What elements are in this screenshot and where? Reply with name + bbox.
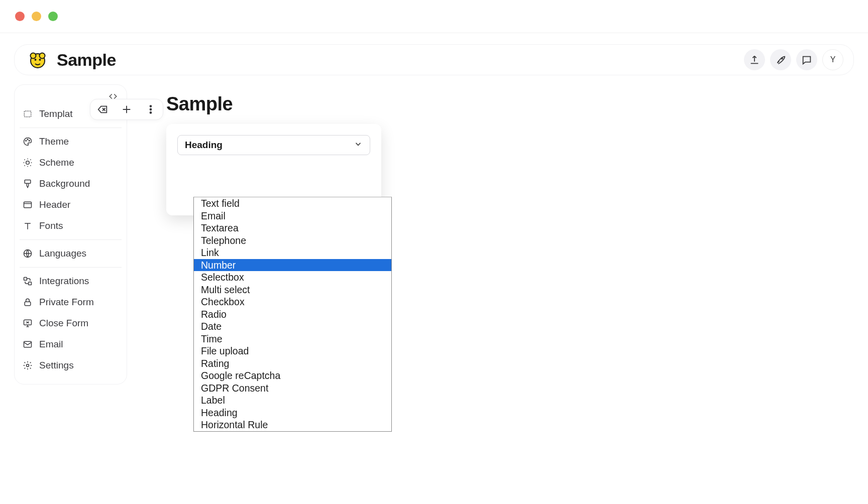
mail-icon — [23, 339, 33, 349]
svg-point-3 — [35, 59, 37, 61]
dropdown-option[interactable]: File upload — [194, 345, 391, 357]
chat-icon — [801, 54, 812, 65]
svg-rect-18 — [29, 282, 32, 285]
select-current-value: Heading — [185, 140, 223, 151]
dropdown-option[interactable]: Google reCaptcha — [194, 369, 391, 382]
sidebar-item-label: Settings — [39, 360, 74, 371]
svg-point-7 — [150, 109, 152, 110]
sidebar-item-label: Private Form — [39, 297, 94, 308]
main-panel: Sample Heading — [135, 84, 854, 215]
rocket-icon — [775, 54, 786, 65]
comments-button[interactable] — [796, 49, 817, 70]
add-tool-button[interactable] — [120, 102, 134, 116]
sidebar-item-label: Scheme — [39, 157, 74, 168]
sidebar-item-label: Integrations — [39, 276, 89, 287]
page-title: Sample — [166, 93, 854, 115]
svg-point-6 — [150, 105, 152, 107]
dropdown-option[interactable]: Telephone — [194, 234, 391, 247]
sidebar-item-scheme[interactable]: Scheme — [19, 152, 123, 173]
avatar-initial: Y — [830, 55, 836, 64]
dropdown-option[interactable]: Text field — [194, 197, 391, 210]
svg-point-11 — [27, 139, 28, 140]
user-avatar[interactable]: Y — [822, 49, 843, 70]
upload-icon — [749, 54, 760, 65]
dropdown-option[interactable]: GDPR Consent — [194, 382, 391, 385]
dropdown-option[interactable]: Checkbox — [194, 296, 391, 308]
lock-icon — [23, 297, 33, 307]
sidebar-item-label: Close Form — [39, 318, 88, 329]
sidebar-item-label: Header — [39, 199, 70, 210]
svg-point-2 — [40, 53, 45, 59]
svg-point-1 — [31, 53, 36, 59]
dropdown-option[interactable]: Rating — [194, 357, 391, 370]
svg-rect-19 — [25, 302, 31, 306]
sidebar-item-settings[interactable]: Settings — [19, 355, 123, 376]
delete-tool-button[interactable] — [95, 102, 110, 116]
svg-point-12 — [29, 141, 30, 142]
minimize-window-button[interactable] — [32, 12, 41, 21]
dropdown-option[interactable]: Time — [194, 333, 391, 345]
gear-icon — [23, 360, 33, 370]
sidebar-item-label: Email — [39, 339, 63, 350]
svg-rect-15 — [24, 202, 32, 208]
svg-point-13 — [26, 161, 30, 165]
sidebar-item-label: Theme — [39, 136, 69, 147]
dropdown-option[interactable]: Email — [194, 210, 391, 222]
globe-icon — [23, 248, 33, 259]
dropdown-option[interactable]: Date — [194, 320, 391, 333]
more-vertical-icon — [145, 104, 156, 115]
svg-rect-9 — [24, 111, 31, 117]
header-icon — [23, 200, 33, 210]
sun-icon — [23, 158, 33, 168]
field-type-dropdown[interactable]: Text fieldEmailTextareaTelephoneLinkNumb… — [193, 197, 392, 385]
maximize-window-button[interactable] — [48, 12, 58, 21]
plus-icon — [121, 104, 132, 115]
brush-icon — [23, 179, 33, 189]
dropdown-option[interactable]: Multi select — [194, 284, 391, 296]
sidebar-item-fonts[interactable]: Fonts — [19, 215, 123, 236]
sidebar-item-email[interactable]: Email — [19, 334, 123, 355]
template-icon — [23, 109, 33, 119]
app-header: Sample Y — [14, 44, 854, 75]
svg-point-8 — [150, 112, 152, 113]
app-title: Sample — [57, 50, 116, 70]
svg-rect-14 — [25, 180, 31, 184]
dropdown-option[interactable]: Textarea — [194, 222, 391, 234]
sidebar-item-label: Languages — [39, 248, 86, 259]
sidebar-item-languages[interactable]: Languages — [19, 243, 123, 264]
app-logo-icon — [29, 51, 47, 69]
monitor-off-icon — [23, 318, 33, 328]
dropdown-option[interactable]: Selectbox — [194, 271, 391, 284]
float-tools — [90, 99, 163, 120]
svg-point-5 — [781, 58, 783, 59]
dropdown-option[interactable]: Number — [194, 259, 391, 272]
sidebar-item-label: Templat — [39, 108, 73, 119]
svg-point-22 — [27, 364, 29, 367]
sidebar-item-header[interactable]: Header — [19, 194, 123, 215]
type-icon — [23, 221, 33, 231]
upload-button[interactable] — [744, 49, 765, 70]
chevron-down-icon — [354, 140, 363, 151]
svg-rect-17 — [24, 278, 27, 281]
dropdown-option[interactable]: Link — [194, 246, 391, 259]
sidebar-item-label: Fonts — [39, 220, 63, 231]
window-titlebar — [0, 0, 868, 33]
palette-icon — [23, 137, 33, 147]
close-window-button[interactable] — [15, 12, 25, 21]
field-type-select[interactable]: Heading — [177, 135, 370, 155]
sidebar: Templat Theme Scheme Background Header F… — [14, 84, 127, 385]
more-tool-button[interactable] — [144, 102, 158, 116]
sidebar-item-integrations[interactable]: Integrations — [19, 271, 123, 292]
sidebar-item-background[interactable]: Background — [19, 173, 123, 194]
sidebar-item-label: Background — [39, 178, 90, 189]
sidebar-item-theme[interactable]: Theme — [19, 131, 123, 152]
integrations-icon — [23, 276, 33, 286]
sidebar-item-close-form[interactable]: Close Form — [19, 313, 123, 334]
launch-button[interactable] — [770, 49, 791, 70]
sidebar-item-private-form[interactable]: Private Form — [19, 292, 123, 313]
backspace-icon — [97, 104, 108, 115]
svg-point-10 — [26, 141, 27, 142]
dropdown-option[interactable]: Radio — [194, 308, 391, 321]
svg-point-4 — [39, 59, 41, 61]
